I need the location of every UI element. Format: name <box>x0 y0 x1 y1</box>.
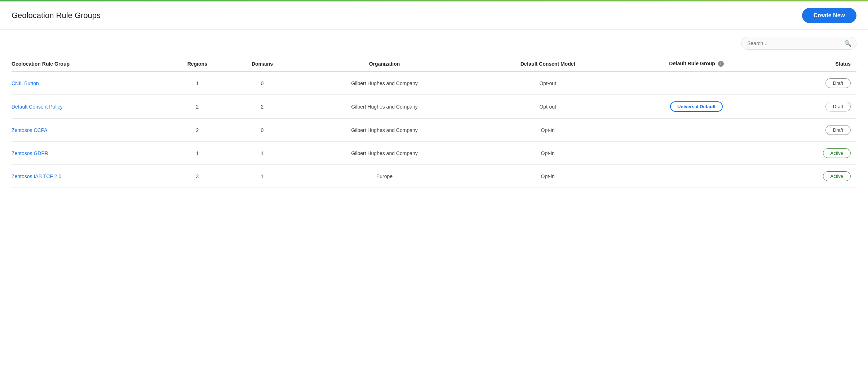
page-header: Geolocation Rule Groups Create New <box>0 1 868 30</box>
table-row: Zentosos GDPR11Gilbert Hughes and Compan… <box>12 142 856 165</box>
status-cell: Draft <box>774 71 856 95</box>
status-badge: Draft <box>825 125 851 135</box>
regions-cell: 3 <box>169 165 232 188</box>
col-header-organization: Organization <box>298 56 476 71</box>
default-rule-group-info-icon: i <box>718 61 724 67</box>
regions-cell: 1 <box>169 142 232 165</box>
table-row: CNIL Button10Gilbert Hughes and CompanyO… <box>12 71 856 95</box>
search-row: 🔍 <box>12 37 856 50</box>
page-title: Geolocation Rule Groups <box>12 11 101 20</box>
table-row: Zentosos CCPA20Gilbert Hughes and Compan… <box>12 119 856 142</box>
rule-group-link[interactable]: Default Consent Policy <box>12 104 63 110</box>
status-badge: Active <box>823 171 851 181</box>
search-input[interactable] <box>741 37 856 50</box>
universal-default-badge: Universal Default <box>670 101 723 112</box>
regions-cell: 2 <box>169 119 232 142</box>
rule-group-link[interactable]: CNIL Button <box>12 80 39 86</box>
status-cell: Active <box>774 142 856 165</box>
regions-cell: 2 <box>169 95 232 119</box>
domains-cell: 2 <box>232 95 298 119</box>
domains-cell: 0 <box>232 71 298 95</box>
default-rule-group-cell <box>625 142 774 165</box>
organization-cell: Gilbert Hughes and Company <box>298 71 476 95</box>
default-rule-group-cell <box>625 165 774 188</box>
consent-model-cell: Opt-in <box>476 142 625 165</box>
col-header-default-rule-group: Default Rule Group i <box>625 56 774 71</box>
search-wrapper: 🔍 <box>741 37 856 50</box>
status-badge: Draft <box>825 102 851 111</box>
domains-cell: 0 <box>232 119 298 142</box>
table-row: Default Consent Policy22Gilbert Hughes a… <box>12 95 856 119</box>
col-header-regions: Regions <box>169 56 232 71</box>
consent-model-cell: Opt-in <box>476 165 625 188</box>
default-rule-group-cell <box>625 71 774 95</box>
col-header-domains: Domains <box>232 56 298 71</box>
status-badge: Draft <box>825 78 851 88</box>
rule-group-link[interactable]: Zentosos CCPA <box>12 127 47 133</box>
organization-cell: Gilbert Hughes and Company <box>298 95 476 119</box>
rule-groups-table: Geolocation Rule Group Regions Domains O… <box>12 56 856 188</box>
status-cell: Active <box>774 165 856 188</box>
table-body: CNIL Button10Gilbert Hughes and CompanyO… <box>12 71 856 188</box>
organization-cell: Gilbert Hughes and Company <box>298 119 476 142</box>
rule-group-link[interactable]: Zentosos GDPR <box>12 150 48 156</box>
organization-cell: Gilbert Hughes and Company <box>298 142 476 165</box>
main-content: 🔍 Geolocation Rule Group Regions Domains… <box>0 30 868 199</box>
organization-cell: Europe <box>298 165 476 188</box>
consent-model-cell: Opt-in <box>476 119 625 142</box>
create-new-button[interactable]: Create New <box>802 8 856 23</box>
rule-group-link[interactable]: Zentosos IAB TCF 2.0 <box>12 173 61 179</box>
status-cell: Draft <box>774 119 856 142</box>
table-header-row: Geolocation Rule Group Regions Domains O… <box>12 56 856 71</box>
table-row: Zentosos IAB TCF 2.031EuropeOpt-inActive <box>12 165 856 188</box>
consent-model-cell: Opt-out <box>476 71 625 95</box>
default-rule-group-cell <box>625 119 774 142</box>
col-header-status: Status <box>774 56 856 71</box>
default-rule-group-cell: Universal Default <box>625 95 774 119</box>
col-header-consent-model: Default Consent Model <box>476 56 625 71</box>
regions-cell: 1 <box>169 71 232 95</box>
domains-cell: 1 <box>232 165 298 188</box>
status-cell: Draft <box>774 95 856 119</box>
col-header-name: Geolocation Rule Group <box>12 56 169 71</box>
status-badge: Active <box>823 148 851 158</box>
domains-cell: 1 <box>232 142 298 165</box>
consent-model-cell: Opt-out <box>476 95 625 119</box>
